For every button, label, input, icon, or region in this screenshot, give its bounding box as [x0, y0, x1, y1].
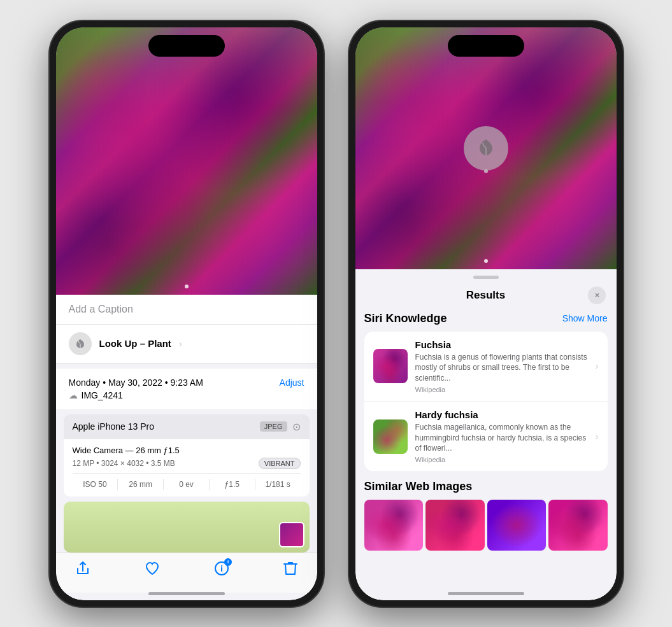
caption-placeholder[interactable]: Add a Caption — [69, 304, 133, 314]
results-header: Results × — [355, 284, 617, 312]
meta-date-row: Monday • May 30, 2022 • 9:23 AM Adjust — [69, 377, 304, 388]
fuchsia-text: Fuchsia Fuchsia is a genus of flowering … — [415, 339, 588, 393]
map-photo-thumbnail — [279, 522, 304, 547]
siri-knowledge-header: Siri Knowledge Show More — [364, 312, 608, 325]
exif-mm: 26 mm — [118, 479, 164, 490]
phone-1: Add a Caption Look Up – — [50, 21, 324, 607]
similar-image-1[interactable] — [364, 500, 424, 551]
caption-area[interactable]: Add a Caption — [56, 295, 317, 325]
phone-1-screen: Add a Caption Look Up – — [56, 27, 317, 600]
fuchsia-chevron-icon: › — [596, 361, 599, 371]
info-button[interactable]: i — [214, 561, 229, 580]
metadata-section: Monday • May 30, 2022 • 9:23 AM Adjust ☁… — [56, 369, 317, 409]
knowledge-item-fuchsia[interactable]: Fuchsia Fuchsia is a genus of flowering … — [364, 332, 608, 402]
knowledge-item-hardy[interactable]: Hardy fuchsia Fuchsia magellanica, commo… — [364, 402, 608, 471]
exif-row: ISO 50 26 mm 0 ev ƒ1.5 1/181 s — [73, 473, 301, 490]
cloud-icon: ☁ — [69, 390, 78, 400]
similar-images-grid[interactable] — [364, 500, 608, 551]
camera-settings-icon[interactable]: ⊙ — [292, 421, 301, 433]
exif-ev: 0 ev — [164, 479, 210, 490]
leaf-icon — [74, 337, 87, 350]
siri-bubble — [464, 126, 508, 171]
similar-image-3[interactable] — [487, 500, 547, 551]
page-indicator-2 — [484, 259, 488, 263]
cam-wide-text: Wide Camera — 26 mm ƒ1.5 — [73, 446, 301, 455]
flower-photo-2 — [355, 27, 617, 269]
phone-2-screen: Results × Siri Knowledge Show More — [355, 27, 617, 600]
camera-header: Apple iPhone 13 Pro JPEG ⊙ — [64, 414, 310, 439]
close-icon: × — [595, 290, 600, 300]
delete-button[interactable] — [283, 561, 297, 580]
home-indicator-2 — [448, 592, 524, 595]
fuchsia-source: Wikipedia — [415, 386, 588, 393]
siri-bubble-dot — [484, 169, 488, 173]
favorite-button[interactable] — [145, 561, 160, 580]
camera-model: Apple iPhone 13 Pro — [73, 421, 154, 432]
siri-knowledge-title: Siri Knowledge — [364, 312, 447, 325]
home-indicator-1 — [148, 592, 225, 595]
hardy-text: Hardy fuchsia Fuchsia magellanica, commo… — [415, 409, 588, 463]
phone-2-display: Results × Siri Knowledge Show More — [355, 27, 617, 600]
lookup-label: Look Up – Plant — [99, 338, 171, 349]
lookup-row[interactable]: Look Up – Plant › — [56, 325, 317, 363]
cam-spec-row: 12 MP • 3024 × 4032 • 3.5 MB VIBRANT — [73, 458, 301, 469]
show-more-button[interactable]: Show More — [562, 313, 608, 323]
siri-leaf-icon — [475, 137, 497, 160]
fuchsia-name: Fuchsia — [415, 339, 588, 350]
exif-iso: ISO 50 — [73, 479, 118, 490]
close-results-button[interactable]: × — [588, 286, 606, 304]
phone-2: Results × Siri Knowledge Show More — [349, 21, 623, 607]
hardy-chevron-icon: › — [596, 432, 599, 442]
lookup-chevron-icon: › — [179, 339, 182, 349]
fuchsia-thumbnail — [373, 349, 408, 383]
knowledge-card: Fuchsia Fuchsia is a genus of flowering … — [364, 332, 608, 472]
share-button[interactable] — [75, 561, 90, 580]
results-title: Results — [466, 289, 505, 302]
exif-aperture: ƒ1.5 — [210, 479, 255, 490]
results-panel: Results × Siri Knowledge Show More — [355, 269, 617, 600]
camera-section: Apple iPhone 13 Pro JPEG ⊙ Wide Camera —… — [64, 414, 310, 497]
similar-images-title: Similar Web Images — [364, 480, 473, 493]
hardy-thumbnail — [373, 419, 408, 454]
similar-image-2[interactable] — [425, 500, 485, 551]
fuchsia-desc: Fuchsia is a genus of flowering plants t… — [415, 352, 588, 384]
camera-badges: JPEG ⊙ — [260, 421, 301, 433]
hardy-name: Hardy fuchsia — [415, 409, 588, 420]
exif-shutter: 1/181 s — [255, 479, 301, 490]
flower-photo[interactable] — [56, 27, 317, 295]
similar-image-4[interactable] — [548, 500, 608, 551]
adjust-button[interactable]: Adjust — [280, 377, 304, 388]
hardy-source: Wikipedia — [415, 456, 588, 463]
dynamic-island-2 — [448, 35, 524, 57]
meta-filename-row: ☁ IMG_4241 — [69, 390, 304, 400]
info-badge: i — [224, 558, 232, 566]
meta-date: Monday • May 30, 2022 • 9:23 AM — [69, 377, 203, 388]
flower-overlay — [56, 27, 317, 295]
filename-text: IMG_4241 — [82, 390, 123, 400]
jpeg-badge: JPEG — [260, 421, 287, 432]
map-background — [64, 502, 310, 553]
dynamic-island-1 — [148, 35, 225, 57]
similar-images-header: Similar Web Images — [364, 480, 608, 493]
phone-1-display: Add a Caption Look Up – — [56, 27, 317, 600]
hardy-desc: Fuchsia magellanica, commonly known as t… — [415, 422, 588, 454]
cam-spec-text: 12 MP • 3024 × 4032 • 3.5 MB — [73, 459, 175, 468]
sheet-handle — [473, 276, 499, 279]
map-section[interactable] — [64, 502, 310, 553]
results-content[interactable]: Siri Knowledge Show More Fuchsia — [355, 312, 617, 600]
page-indicator — [185, 285, 189, 288]
bottom-toolbar: i — [56, 553, 317, 593]
vibrant-badge: VIBRANT — [259, 458, 301, 469]
photo-details-content: Add a Caption Look Up – — [56, 295, 317, 600]
lookup-icon-circle — [69, 332, 92, 355]
camera-details: Wide Camera — 26 mm ƒ1.5 12 MP • 3024 × … — [64, 439, 310, 497]
